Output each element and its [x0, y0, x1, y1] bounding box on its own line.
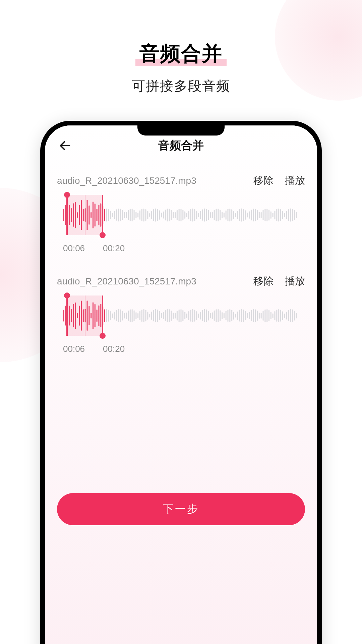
next-button-label: 下一步	[163, 502, 199, 517]
arrow-left-icon	[58, 139, 72, 152]
remove-button[interactable]: 移除	[253, 174, 274, 187]
start-time: 00:06	[63, 243, 85, 254]
waveform[interactable]	[57, 296, 305, 336]
selection-range[interactable]	[66, 195, 103, 235]
audio-item-header: audio_R_20210630_152517.mp3 移除 播放	[57, 174, 305, 187]
audio-item: audio_R_20210630_152517.mp3 移除 播放 00:06 …	[45, 166, 317, 257]
back-button[interactable]	[57, 138, 73, 154]
audio-item-header: audio_R_20210630_152517.mp3 移除 播放	[57, 274, 305, 288]
play-button[interactable]: 播放	[285, 174, 305, 187]
phone-notch	[137, 125, 225, 136]
selection-mid-line	[85, 296, 85, 336]
start-time: 00:06	[63, 344, 85, 354]
end-time: 00:20	[103, 243, 125, 254]
remove-button[interactable]: 移除	[253, 274, 274, 288]
screen: 音频合并 audio_R_20210630_152517.mp3 移除 播放 0…	[45, 125, 317, 644]
time-row: 00:06 00:20	[57, 243, 305, 254]
phone-mockup: 音频合并 audio_R_20210630_152517.mp3 移除 播放 0…	[40, 121, 322, 644]
audio-actions: 移除 播放	[253, 174, 305, 187]
audio-item: audio_R_20210630_152517.mp3 移除 播放 00:06 …	[45, 266, 317, 358]
audio-filename: audio_R_20210630_152517.mp3	[57, 175, 196, 186]
next-button[interactable]: 下一步	[57, 493, 305, 525]
selection-range[interactable]	[66, 296, 103, 336]
end-time: 00:20	[103, 344, 125, 354]
audio-actions: 移除 播放	[253, 274, 305, 288]
audio-filename: audio_R_20210630_152517.mp3	[57, 276, 196, 287]
selection-mid-line	[85, 195, 85, 235]
hero-subtitle: 可拼接多段音频	[0, 77, 362, 95]
hero: 音频合并 可拼接多段音频	[0, 40, 362, 95]
app-title: 音频合并	[158, 138, 204, 153]
time-row: 00:06 00:20	[57, 344, 305, 354]
play-button[interactable]: 播放	[285, 274, 305, 288]
waveform[interactable]	[57, 195, 305, 235]
hero-title: 音频合并	[139, 40, 223, 67]
